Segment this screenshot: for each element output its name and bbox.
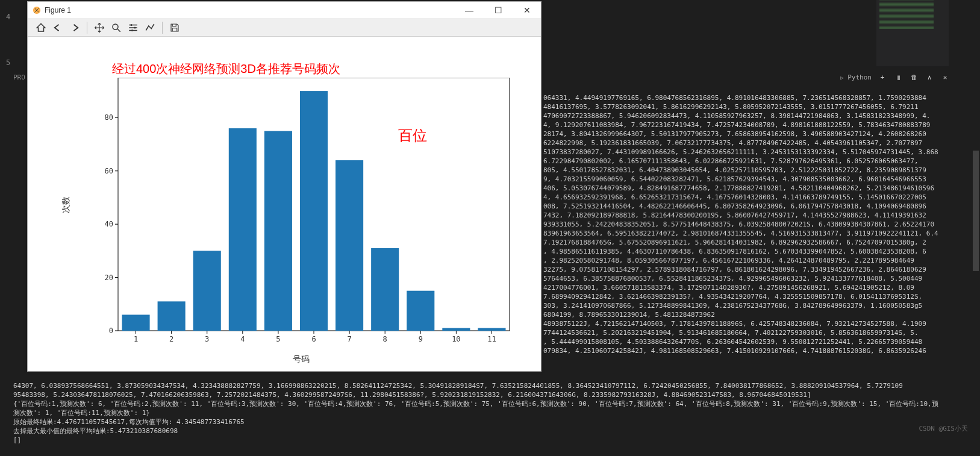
svg-text:2: 2 [169,335,173,343]
split-icon[interactable]: ⫼ [893,72,903,82]
svg-rect-46 [478,328,505,331]
svg-rect-16 [122,314,150,331]
x-axis-label: 号码 [293,354,310,365]
svg-rect-43 [442,328,470,331]
figure-window: Figure 1 — ☐ ✕ 经过400次神经网络预测3D各推荐号码频次 百位 … [27,1,541,372]
line-number: 5 [6,58,10,67]
close-button[interactable]: ✕ [518,4,536,16]
svg-point-2 [131,24,133,26]
svg-text:1: 1 [134,335,138,343]
trash-icon[interactable]: 🗑 [909,72,919,82]
chevron-up-icon[interactable]: ∧ [925,72,934,82]
watermark: CSDN @GIS小天 [919,424,968,433]
svg-text:11: 11 [487,335,496,343]
python-repl-label[interactable]: ▷ Python [840,73,872,81]
minimize-button[interactable]: — [460,4,478,16]
svg-rect-19 [158,301,186,331]
svg-text:4: 4 [240,335,245,343]
svg-text:9: 9 [419,335,423,343]
svg-rect-34 [336,160,363,331]
config-icon[interactable] [126,20,140,35]
bar-chart: 0204060801234567891011 [94,78,516,355]
svg-rect-40 [407,291,434,331]
svg-rect-28 [264,131,292,331]
app-icon [33,6,41,14]
svg-text:8: 8 [383,335,387,343]
svg-text:60: 60 [105,167,113,175]
titlebar[interactable]: Figure 1 — ☐ ✕ [28,2,541,19]
problems-tab[interactable]: PRO [13,73,25,81]
close-icon[interactable]: ✕ [940,72,950,82]
home-icon[interactable] [34,20,48,35]
svg-text:0: 0 [109,326,113,335]
chart-title: 经过400次神经网络预测3D各推荐号码频次 [112,61,340,77]
svg-text:40: 40 [105,220,113,228]
save-icon[interactable] [167,20,182,35]
svg-rect-22 [193,251,221,331]
svg-rect-31 [300,91,328,331]
plotline-icon[interactable] [143,20,157,35]
back-icon[interactable] [51,20,65,35]
svg-text:10: 10 [452,335,460,343]
scrollbar-vertical[interactable] [972,0,980,456]
zoom-icon[interactable] [109,20,123,35]
add-icon[interactable]: + [878,72,887,82]
svg-point-3 [134,27,136,28]
y-axis-label: 次数 [61,196,72,213]
svg-point-1 [113,24,118,30]
matplotlib-toolbar [28,19,541,37]
forward-icon[interactable] [67,20,82,35]
svg-text:80: 80 [105,113,113,122]
plot-area: 经过400次神经网络预测3D各推荐号码频次 百位 次数 号码 020406080… [28,37,541,371]
minimap[interactable] [876,0,949,66]
pan-icon[interactable] [92,20,107,35]
svg-text:6: 6 [311,335,316,343]
terminal-output[interactable]: 064331, 4.44949197769165, 6.980476856231… [543,84,944,364]
svg-text:20: 20 [105,273,113,282]
line-number: 4 [6,12,10,22]
svg-text:5: 5 [276,335,280,343]
window-title: Figure 1 [45,6,71,14]
maximize-button[interactable]: ☐ [489,4,507,16]
svg-point-4 [131,30,133,31]
terminal-output-bottom[interactable]: 64307, 6.038937568664551, 3.873059034347… [13,372,944,454]
svg-rect-25 [229,128,257,331]
svg-rect-37 [371,248,399,331]
svg-text:7: 7 [347,335,351,343]
svg-text:3: 3 [205,335,209,343]
